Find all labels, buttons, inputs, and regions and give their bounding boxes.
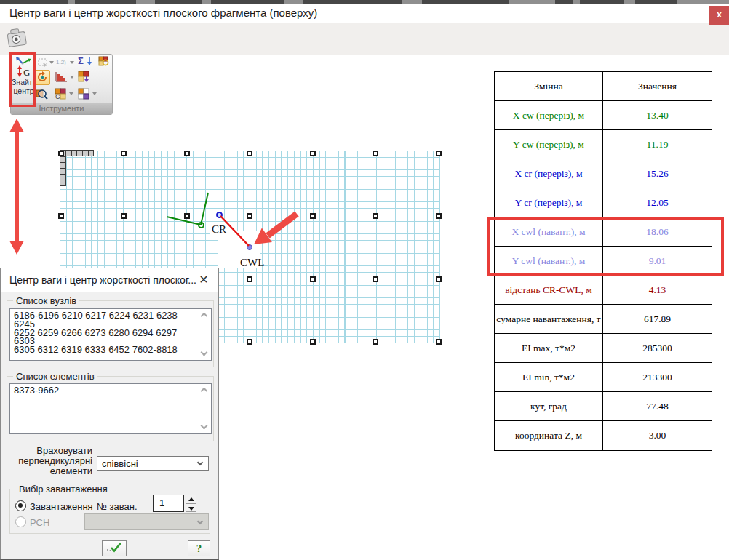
mosaic-load-icon[interactable] xyxy=(78,88,90,100)
annotation-box-find-center xyxy=(9,52,36,107)
mosaic-load-dropdown-icon[interactable] xyxy=(92,92,97,95)
selected-elements-strip-vertical[interactable] xyxy=(60,156,66,186)
title-bar: Центр ваги і центр жорсткості плоского ф… xyxy=(0,4,729,23)
mosaic-results-icon[interactable] xyxy=(78,71,90,83)
numbering-dropdown-icon[interactable] xyxy=(70,61,74,64)
table-cell-value: 213300 xyxy=(603,363,712,391)
table-cell-value: 617.89 xyxy=(603,305,712,333)
perpendicular-mode-select[interactable]: співвісні xyxy=(97,456,209,471)
table-row: EI max, т*м2285300 xyxy=(495,334,712,363)
table-row: сумарне навантаження, т617.89 xyxy=(495,305,712,334)
table-cell-variable: X cw (переріз), м xyxy=(495,101,603,129)
annotation-double-arrow-bottom xyxy=(9,241,24,255)
window-close-button[interactable]: x xyxy=(709,6,729,25)
help-button[interactable]: ? xyxy=(188,540,210,556)
table-row: X cw (переріз), м13.40 xyxy=(495,101,712,130)
selection-handle[interactable] xyxy=(184,213,190,219)
sum-arrow-icon xyxy=(87,57,92,66)
stepper-up-button[interactable] xyxy=(186,495,196,503)
mosaic-c-dropdown-icon[interactable] xyxy=(69,92,73,95)
load-number-label: № заван. xyxy=(97,501,138,512)
selection-handle[interactable] xyxy=(247,339,252,345)
table-cell-variable: кут, град xyxy=(495,392,603,420)
selection-handle[interactable] xyxy=(373,213,378,219)
table-cell-value: 3.00 xyxy=(603,421,712,450)
table-cell-variable: EI max, т*м2 xyxy=(495,334,603,362)
stepper-down-button[interactable] xyxy=(186,503,196,512)
cwl-point[interactable] xyxy=(247,244,252,250)
perpendicular-elements-label: Враховувати перпендикулярні елементи xyxy=(5,446,92,476)
table-header-row: Змінна Значення xyxy=(495,72,712,101)
elements-list-textarea[interactable]: 8373-9662 xyxy=(9,383,212,434)
selection-handle[interactable] xyxy=(373,339,378,345)
load-number-stepper[interactable] xyxy=(186,495,196,512)
zoom-fragment-icon[interactable] xyxy=(36,88,48,100)
selection-handle[interactable] xyxy=(58,213,64,219)
rotate-icon xyxy=(36,71,49,84)
selected-elements-strip-horizontal[interactable] xyxy=(60,150,94,156)
selection-handle[interactable] xyxy=(310,151,316,156)
selection-handle[interactable] xyxy=(436,276,442,282)
perpendicular-mode-value: співвісні xyxy=(102,458,138,469)
table-cell-value: 4.13 xyxy=(603,276,712,304)
rsn-radio[interactable] xyxy=(15,516,26,527)
camera-snapshot-icon[interactable] xyxy=(6,26,28,52)
table-cell-variable: відстань CR-CWL, м xyxy=(495,276,603,304)
checkmark-icon xyxy=(105,541,123,553)
selection-handle[interactable] xyxy=(121,213,127,219)
apply-button[interactable] xyxy=(102,540,127,556)
selection-handle[interactable] xyxy=(373,151,378,156)
table-cell-variable: координата Z, м xyxy=(495,421,603,450)
dialog-close-icon[interactable]: ✕ xyxy=(196,273,211,287)
selection-handle[interactable] xyxy=(310,213,316,219)
table-header-variable: Змінна xyxy=(495,72,603,100)
cr-point-label: CR xyxy=(212,223,226,236)
table-row: відстань CR-CWL, м4.13 xyxy=(495,276,712,305)
selection-handle[interactable] xyxy=(247,213,252,219)
table-cell-value: 285300 xyxy=(603,334,712,362)
rsn-radio-label: РСН xyxy=(30,517,49,528)
annotation-double-arrow-top xyxy=(9,119,24,132)
table-row: EI min, т*м2213300 xyxy=(495,363,712,392)
selection-handle[interactable] xyxy=(121,151,127,156)
cr-point[interactable] xyxy=(216,212,223,218)
load-radio[interactable] xyxy=(15,500,26,511)
table-cell-variable: сумарне навантаження, т xyxy=(495,305,603,333)
selection-handle[interactable] xyxy=(184,151,190,156)
rsn-select-disabled xyxy=(84,513,209,530)
selection-handle[interactable] xyxy=(436,213,442,219)
selection-handle[interactable] xyxy=(310,276,316,282)
chevron-down-icon xyxy=(197,519,203,524)
cwl-point-label: CWL xyxy=(240,257,264,269)
selection-handle[interactable] xyxy=(436,151,442,156)
marquee-select-icon[interactable] xyxy=(38,58,47,68)
selection-handle[interactable] xyxy=(373,276,378,282)
selection-handle[interactable] xyxy=(247,276,252,282)
selection-handle[interactable] xyxy=(310,339,316,345)
marquee-dropdown-icon[interactable] xyxy=(49,61,54,64)
elements-group-label: Список елементів xyxy=(13,371,97,382)
table-row: Y cr (переріз), м12.05 xyxy=(495,188,712,217)
table-cell-value: 12.05 xyxy=(603,188,712,217)
sum-icon[interactable]: Σ xyxy=(78,55,84,66)
selection-handle[interactable] xyxy=(58,151,64,156)
table-cell-value: 11.19 xyxy=(603,130,712,159)
dialog-title-bar[interactable]: Центр ваги і центр жорсткості плоског...… xyxy=(1,268,218,292)
table-cell-value: 15.26 xyxy=(603,159,712,188)
table-cell-variable: EI min, т*м2 xyxy=(495,363,603,391)
table-cell-value: 13.40 xyxy=(603,101,712,129)
numbering-icon[interactable]: 1.2) xyxy=(56,59,66,65)
table-cell-variable: X cr (переріз), м xyxy=(495,159,603,188)
mosaic-fragment-icon[interactable] xyxy=(98,56,109,66)
selection-handle[interactable] xyxy=(436,339,442,345)
nodes-list-textarea[interactable]: 6186-6196 6210 6217 6224 6231 6238 6245 … xyxy=(9,308,212,361)
rotate-tool-button[interactable] xyxy=(35,70,50,85)
nodes-group-label: Список вузлів xyxy=(13,295,79,306)
mosaic-c-icon[interactable]: C xyxy=(55,88,67,100)
load-number-input[interactable]: 1 xyxy=(153,495,184,512)
green-axis-node[interactable] xyxy=(198,222,204,228)
histogram-icon[interactable] xyxy=(55,72,68,82)
selection-handle[interactable] xyxy=(247,151,252,156)
annotation-box-cwl-rows xyxy=(487,217,724,276)
histogram-dropdown-icon[interactable] xyxy=(70,76,74,79)
